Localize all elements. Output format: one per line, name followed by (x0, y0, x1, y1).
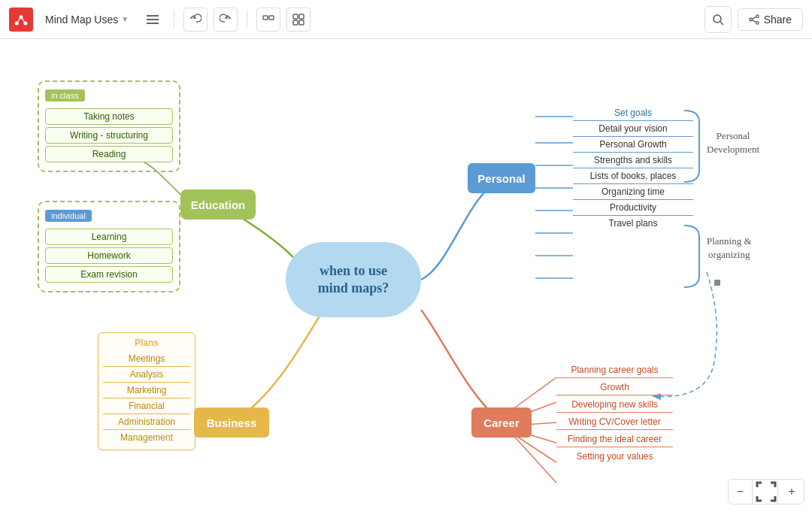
svg-point-18 (756, 21, 759, 24)
education-individual-group: individual Learning Homework Exam revisi… (38, 201, 180, 292)
insert-button[interactable] (256, 8, 280, 32)
annotation-personal-dev: Personal Development (707, 129, 759, 156)
edu-item-1: Writing - structuring (45, 127, 173, 144)
zoom-fit-button[interactable] (754, 480, 778, 504)
personal-item-6: Productivity (573, 200, 693, 216)
in-class-tag: in class (45, 89, 85, 101)
svg-rect-6 (147, 19, 159, 20)
center-node[interactable]: when to use mind maps? (286, 242, 421, 317)
edu-item-2: Reading (45, 146, 173, 162)
undo-button[interactable] (183, 8, 208, 32)
toolbar: Mind Map Uses ▼ Share (0, 0, 812, 39)
zoom-controls: − + (728, 479, 804, 504)
svg-line-20 (752, 20, 756, 22)
career-item-2: Developing new skills (556, 397, 673, 413)
node-career[interactable]: Career (471, 407, 532, 438)
svg-line-4 (21, 17, 26, 23)
business-plans-label: Plans (103, 338, 190, 348)
svg-rect-9 (269, 16, 274, 20)
svg-line-3 (17, 17, 21, 23)
biz-item-5: Management (103, 430, 190, 445)
personal-item-3: Strengths and skills (573, 153, 693, 168)
personal-item-2: Personal Growth (573, 137, 693, 153)
individual-tag: individual (45, 210, 92, 222)
logo-button[interactable] (9, 8, 33, 32)
toolbar-divider2 (247, 11, 247, 29)
share-button[interactable]: Share (738, 8, 803, 31)
personal-item-1: Detail your vision (573, 121, 693, 137)
career-item-1: Growth (556, 380, 673, 395)
education-class-group: in class Taking notes Writing - structur… (38, 80, 180, 172)
svg-rect-13 (299, 20, 304, 25)
layout-button[interactable] (286, 8, 311, 32)
personal-item-0: Set goals (573, 105, 693, 121)
svg-point-14 (714, 15, 721, 23)
edu-item-4: Homework (45, 247, 173, 264)
document-title[interactable]: Mind Map Uses ▼ (39, 11, 135, 29)
toolbar-divider (174, 11, 174, 29)
svg-point-17 (750, 18, 753, 21)
edu-item-5: Exam revision (45, 266, 173, 283)
svg-rect-11 (299, 14, 304, 19)
zoom-in-button[interactable]: + (780, 480, 804, 504)
svg-rect-8 (263, 16, 268, 20)
personal-item-4: Lists of books, places (573, 168, 693, 184)
svg-rect-12 (293, 20, 298, 25)
node-business[interactable]: Business (194, 407, 269, 438)
indicator-dot (714, 280, 720, 286)
career-item-3: Writing CV/Cover letter (556, 414, 673, 430)
biz-item-0: Meetings (103, 351, 190, 367)
node-personal[interactable]: Personal (468, 163, 535, 193)
personal-item-7: Travel plans (573, 216, 693, 231)
svg-line-19 (752, 17, 756, 19)
svg-point-16 (756, 14, 759, 17)
redo-button[interactable] (214, 8, 238, 32)
edu-item-3: Learning (45, 229, 173, 245)
biz-item-3: Financial (103, 398, 190, 414)
personal-item-5: Organizing time (573, 184, 693, 200)
mind-map-canvas[interactable]: when to use mind maps? Personal Set goal… (0, 39, 812, 512)
node-education[interactable]: Education (180, 189, 256, 220)
career-item-4: Finding the ideal career (556, 432, 673, 447)
zoom-out-button[interactable]: − (729, 480, 753, 504)
svg-rect-10 (293, 14, 298, 19)
biz-item-2: Marketing (103, 383, 190, 398)
annotation-planning: Planning & organizing (707, 235, 752, 262)
search-button[interactable] (704, 6, 732, 33)
edu-item-0: Taking notes (45, 108, 173, 125)
svg-rect-7 (147, 23, 159, 24)
menu-button[interactable] (141, 8, 165, 32)
svg-line-15 (720, 22, 723, 25)
biz-item-4: Administration (103, 414, 190, 430)
biz-item-1: Analysis (103, 367, 190, 383)
business-items-group: Plans Meetings Analysis Marketing Financ… (98, 332, 195, 450)
svg-rect-5 (147, 15, 159, 17)
career-item-0: Planning career goals (556, 362, 673, 378)
career-item-5: Setting your values (556, 449, 673, 464)
right-toolbar: Share (704, 6, 803, 33)
